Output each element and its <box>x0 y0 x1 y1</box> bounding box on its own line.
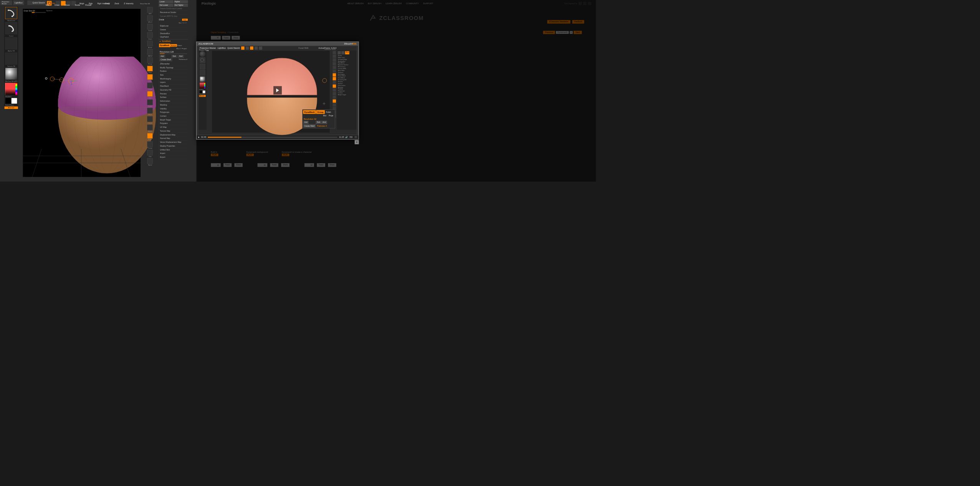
section-preview[interactable]: Preview <box>159 92 188 96</box>
color-white[interactable] <box>12 98 17 104</box>
color-picker[interactable] <box>5 83 17 95</box>
next-button[interactable]: Next <box>574 31 582 34</box>
pop-sub[interactable]: Sub <box>316 121 321 124</box>
section-export[interactable]: Export <box>159 155 188 159</box>
zremesher-section[interactable]: ZRemesher <box>159 62 188 66</box>
edgeloop-button[interactable]: EdgeLoop <box>159 24 188 28</box>
seek-track[interactable] <box>208 137 338 137</box>
quick-sketch-button[interactable]: Quick Sketch <box>27 0 46 5</box>
lower-button[interactable]: Lower <box>159 0 173 3</box>
fb-like[interactable]: Like 18 <box>305 163 314 167</box>
modal-brush2[interactable] <box>200 58 205 63</box>
close-modal-button[interactable]: ✕ <box>355 140 359 144</box>
rtb-spix3[interactable] <box>147 15 153 21</box>
color-black[interactable] <box>5 98 11 104</box>
modal-rtb-14[interactable] <box>333 103 336 107</box>
alpha-slot[interactable] <box>5 37 17 50</box>
newsletter-button[interactable]: ZClassroom Newsletter <box>547 20 570 23</box>
convert-button[interactable]: Convert BPR To Geo <box>159 15 188 18</box>
pop-dynamesh[interactable]: DynaMesh <box>303 110 316 114</box>
resolution-slider[interactable]: Resolution 128 <box>160 51 174 53</box>
rtb-local[interactable] <box>147 74 153 80</box>
modal-rtb-11[interactable] <box>333 92 336 96</box>
position-section[interactable]: Position <box>159 69 188 73</box>
project-toggle[interactable]: Project <box>181 47 187 50</box>
fb-like[interactable]: Like 16 <box>211 163 220 167</box>
modal-alpha[interactable] <box>200 64 205 69</box>
rtb-scroll[interactable] <box>147 24 153 30</box>
lesson-card[interactable]: Dynamesh to create a characterPLAY <box>282 150 315 156</box>
section-masking[interactable]: Masking <box>159 103 188 107</box>
fb-like[interactable]: Like 46 <box>258 163 267 167</box>
section-vector-displacement-map[interactable]: Vector Displacement Map <box>159 141 188 144</box>
freeze-button[interactable]: Freeze SubDivision Levels <box>159 7 188 11</box>
material-slot[interactable] <box>5 68 17 80</box>
section-normal-map[interactable]: Normal Map <box>159 137 188 141</box>
volume-icon[interactable]: 🔊 <box>344 136 349 138</box>
pop-and[interactable]: And <box>321 121 327 124</box>
modal-rtb-7[interactable] <box>333 77 336 81</box>
modal-alternate[interactable]: Alternate <box>199 95 206 97</box>
nav-buy-zbrush[interactable]: BUY ZBRUSH <box>368 2 381 5</box>
modal-rtb-6[interactable] <box>333 73 336 77</box>
dynamesh-section[interactable]: DynaMesh <box>161 40 171 43</box>
pixologic-logo[interactable]: Pixologic <box>202 2 216 5</box>
share-btn[interactable]: Share <box>232 36 240 40</box>
shadowbox-button[interactable]: ShadowBox <box>159 32 188 36</box>
lightbox-button[interactable]: LightBox <box>13 0 24 5</box>
brush-curve[interactable] <box>5 22 17 35</box>
feedback-button[interactable]: Feedback <box>572 20 584 23</box>
lesson-card[interactable]: Build itPLAY <box>211 150 243 156</box>
modal-material[interactable] <box>200 76 205 82</box>
modal-color-picker[interactable] <box>200 83 205 88</box>
modify-topology-section[interactable]: Modify Topology <box>159 66 188 69</box>
modal-rtb-5[interactable] <box>333 69 336 73</box>
pop-createshell[interactable]: Create Shell <box>303 124 316 127</box>
rtb-move[interactable] <box>147 108 153 114</box>
signin-link[interactable]: Not Signed In <box>564 2 577 5</box>
section-polypaint[interactable]: Polypaint <box>159 122 188 126</box>
modal-gizmo[interactable] <box>322 78 328 83</box>
rtb-bpr[interactable] <box>147 7 153 13</box>
divide-button[interactable]: Divide <box>159 19 182 21</box>
modal-quicksketch[interactable]: Quick Sketch <box>227 47 240 50</box>
pop-resolution[interactable]: Resolution 32 <box>303 117 334 121</box>
viewport-canvas[interactable]: Draw Size 64 Dynamic <box>23 9 141 177</box>
rtb-frame[interactable] <box>147 99 153 105</box>
nav-community[interactable]: COMMUNITY <box>406 2 419 5</box>
hd-icon[interactable]: HD <box>349 136 354 138</box>
suv-toggle[interactable]: Suv <box>178 21 182 24</box>
breadcrumb-parent[interactable]: Digital Sculpting <box>211 31 226 33</box>
video-progress-bar[interactable]: ▶ 02:45 11:25 🔊 HD ⛶ <box>197 136 358 139</box>
dynamesh-button[interactable]: DynaMesh <box>159 44 170 47</box>
rtb-transp[interactable] <box>147 141 153 147</box>
nav-support[interactable]: SUPPORT <box>423 2 433 5</box>
thickness-slider[interactable]: Thickness 4 <box>178 58 188 61</box>
nav-learn-zbrush[interactable]: LEARN ZBRUSH <box>386 2 402 5</box>
modal-rtb-8[interactable] <box>333 81 336 84</box>
pop-project[interactable]: Proje <box>328 114 334 117</box>
modal-rtb-3[interactable] <box>333 62 336 66</box>
lesson-dropdown[interactable]: ▾ <box>570 31 573 34</box>
brush-slicecurve[interactable] <box>5 7 17 19</box>
pop-blur[interactable]: Blur <box>322 114 328 117</box>
section-layers[interactable]: Layers <box>159 81 188 84</box>
texture-slot[interactable] <box>5 53 17 65</box>
blur-slider[interactable]: Blur 2 <box>176 47 181 50</box>
higher-button[interactable]: Higher <box>174 0 188 3</box>
section-visibility[interactable]: Visibility <box>159 107 188 111</box>
section-geometry-hd[interactable]: Geometry HD <box>159 88 188 92</box>
prev-button[interactable]: Previous <box>543 31 555 34</box>
modal-brush1[interactable] <box>200 51 205 57</box>
pop-group[interactable]: Group <box>316 110 324 114</box>
modal-rtb-0[interactable] <box>333 51 336 55</box>
rtb-aahalf[interactable] <box>147 49 153 55</box>
section-unified-skin[interactable]: Unified Skin <box>159 148 188 152</box>
modal-texture[interactable] <box>200 70 205 76</box>
rtb-persp[interactable] <box>147 58 153 63</box>
del-lower-button[interactable]: Del Lower <box>159 4 173 7</box>
size-section[interactable]: Size <box>159 73 188 77</box>
claypolish-button[interactable]: ClayPolish <box>159 35 188 39</box>
crease-button[interactable]: Crease <box>159 28 188 32</box>
section-texture-map[interactable]: Texture Map <box>159 129 188 133</box>
